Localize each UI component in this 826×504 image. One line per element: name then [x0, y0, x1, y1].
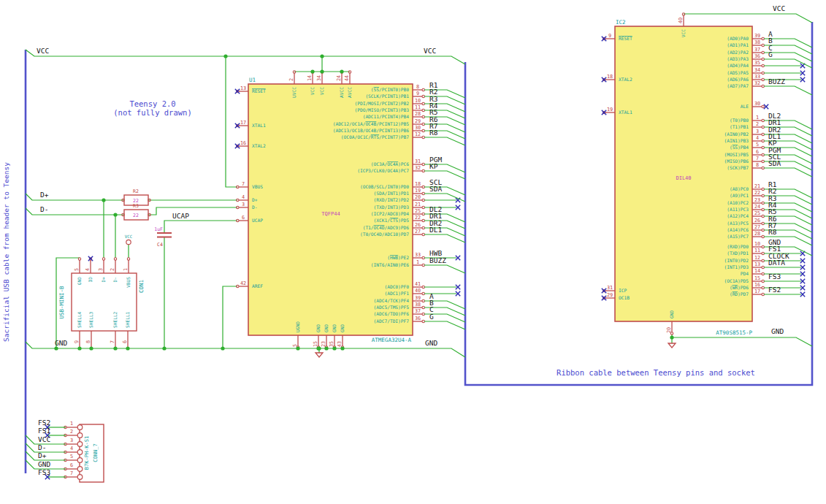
junction-dot [162, 346, 166, 350]
pin-number: 11 [415, 104, 421, 110]
pin-number: 4 [70, 446, 73, 451]
pin-name: (ADC5/TMS)PF5 [374, 305, 410, 310]
pin-dot [762, 72, 764, 74]
net-label: FS1 [38, 427, 50, 435]
component-part: USB-MINI-B [58, 286, 65, 319]
component-ref: U1 [249, 77, 256, 83]
pin-name: (INT0)PD2 [724, 258, 749, 263]
pin-number: 19 [415, 188, 421, 194]
net-label: VCC [424, 47, 436, 55]
pin-name: UVCC [291, 87, 297, 98]
pin-dot [422, 233, 424, 235]
net-label: R8 [429, 129, 438, 137]
pin-number: 1 [416, 259, 419, 265]
junction-dot [77, 346, 81, 350]
pin-name: (MOSI)PB5 [724, 152, 749, 157]
junction-dot [113, 213, 117, 216]
pin-circle [77, 450, 83, 455]
pin-dot [762, 44, 764, 46]
pin-number: 30 [754, 101, 760, 107]
wire [164, 221, 237, 233]
pin-name: VCC [319, 87, 324, 95]
pin-name: PD4 [741, 271, 749, 276]
pin-name: GND [77, 277, 82, 285]
pin-name: (WR)PD6 [730, 285, 749, 290]
pin-number: 24 [336, 75, 342, 81]
pin-name: (ADC11/PCINT4)PB4 [363, 114, 410, 119]
net-label: GND [55, 339, 67, 347]
teensy-note: Teensy 2.0 (not fully drawn) [97, 99, 208, 117]
pin-number: 8 [416, 84, 419, 90]
pin-number: 6 [756, 149, 759, 155]
net-label: BUZZ [429, 256, 446, 264]
pin-number: 34 [754, 67, 760, 73]
pin-number: 11 [754, 248, 760, 253]
pin-name: (AD4)PA4 [727, 63, 749, 68]
pin-dot [762, 51, 764, 53]
component-ref: R3 [133, 203, 139, 209]
pin-name: (ADC6/TDO)PF6 [374, 311, 410, 316]
pin-number: 30 [415, 125, 421, 131]
pin-name: D+ [101, 277, 106, 283]
pin-dot [762, 64, 764, 66]
pin-number: 23 [754, 197, 760, 203]
pin-dot [422, 199, 424, 201]
pin-number: 2 [70, 429, 73, 435]
component-package: DIL40 [676, 175, 691, 181]
pin-name: (SCK)PB7 [727, 165, 749, 170]
pin-number: 20 [415, 194, 421, 200]
pin-circle [77, 467, 83, 472]
pin-name: UGND [295, 321, 300, 332]
capacitor-c4: C41uF [154, 226, 172, 248]
pin-dot [762, 215, 764, 217]
pin-dot [422, 136, 424, 138]
pin-dot [762, 286, 764, 289]
pin-number: 38 [754, 39, 760, 45]
net-label: GND [38, 460, 50, 468]
pin-dot [762, 126, 764, 128]
pin-dot [78, 258, 80, 260]
pin-dot [422, 186, 424, 188]
pin-number: 20 [666, 327, 672, 333]
net-label: DATA [768, 259, 785, 267]
pin-number: 5 [756, 142, 759, 148]
pin-name: (ADC12/OC1A/OC4B/PCINT12)PB5 [333, 121, 410, 126]
pin-name: XTAL1 [252, 123, 266, 128]
pin-name: (AIN1)PB3 [724, 138, 749, 143]
junction-dot [340, 346, 344, 350]
pin-name: (AD2)PA2 [727, 50, 749, 55]
pin-name: (ADC13/OC1B/OC4B/PCINT13)PB6 [333, 128, 410, 133]
pin-number: 1 [123, 268, 129, 271]
pin-number: 36 [415, 316, 421, 321]
pin-name: (SDA/INT1)PD1 [374, 191, 410, 196]
pin-number: 32 [754, 80, 760, 86]
pin-dot [237, 285, 239, 287]
pin-name: D- [112, 277, 118, 282]
connector-conn7: B7K-PH-K-S1CONN_71234567 [45, 421, 104, 482]
pin-number: 19 [607, 107, 613, 112]
pin-number: 7 [110, 340, 115, 343]
pin-number: 6 [70, 462, 73, 468]
net-label: VCC [37, 47, 49, 55]
pin-dot [762, 105, 764, 107]
pin-name: VBUS [126, 277, 131, 288]
pin-number: 5 [74, 268, 80, 271]
net-label: FS2 [38, 419, 50, 427]
junction-dot [332, 346, 336, 350]
pin-dot [762, 208, 764, 210]
pin-number: 27 [415, 229, 421, 234]
pin-name: (A12)PC4 [727, 213, 749, 218]
pin-name: (T0/OC4D/ADC10)PD7 [360, 232, 409, 237]
wire [26, 50, 465, 64]
pin-dot [762, 188, 764, 190]
pin-dot [422, 299, 424, 302]
pin-number: 4 [756, 135, 759, 141]
net-label: GND [771, 327, 784, 335]
net-label: G [429, 313, 434, 321]
pin-name: (RD)PD7 [730, 291, 749, 297]
pin-name: (RXD)PD0 [727, 244, 749, 249]
pin-name: (ADC0)PF0 [384, 284, 409, 289]
pin-number: 24 [754, 204, 760, 210]
pin-name: (AD6)PA6 [727, 77, 749, 82]
pin-number: 1 [70, 421, 73, 427]
